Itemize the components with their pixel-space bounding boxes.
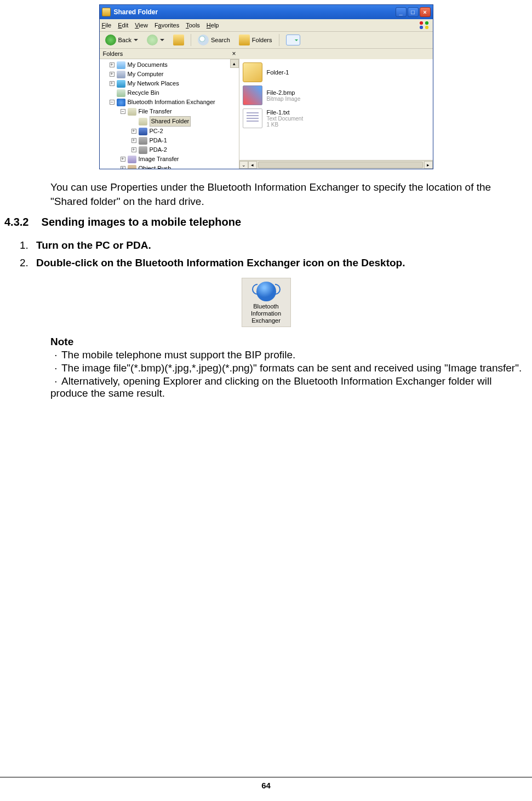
intro-paragraph: You can use Properties under the Bluetoo… [0, 180, 532, 208]
tree-item-label: My Computer [128, 70, 164, 79]
file-meta-text: Text Document [267, 116, 304, 122]
note-item: ·The image file"(*.bmp)(*.jpg,*.jpeg)(*.… [50, 362, 532, 374]
maximize-button[interactable]: □ [408, 7, 419, 17]
scroll-button[interactable]: ⌄ [239, 161, 248, 169]
tree-item-label: PDA-2 [150, 145, 167, 155]
tree-item-label: File Transfer [139, 107, 172, 116]
tree-item[interactable]: Recycle Bin [102, 88, 239, 98]
pc-icon [139, 128, 147, 135]
tree-item[interactable]: +PC-2 [102, 127, 239, 136]
file-item[interactable]: File-2.bmpBitmap Image [243, 85, 430, 105]
menu-edit[interactable]: Edit [118, 22, 128, 28]
folders-icon [239, 35, 250, 45]
scroll-right-button[interactable]: ▸ [424, 161, 433, 169]
step-number: 1. [20, 239, 36, 251]
file-name: File-1.txt [267, 109, 304, 116]
close-button[interactable]: × [420, 7, 431, 17]
step-text: Double-click on the Bluetooth Informatio… [36, 257, 405, 269]
views-button[interactable] [284, 33, 302, 47]
menu-help[interactable]: Help [207, 22, 219, 28]
separator [279, 34, 279, 46]
expand-toggle[interactable]: + [131, 129, 136, 134]
tree-item[interactable]: +My Documents [102, 60, 239, 70]
net-icon [117, 80, 125, 88]
tree-item[interactable]: −File Transfer [102, 107, 239, 116]
ft-icon [128, 108, 136, 116]
expand-toggle[interactable]: + [110, 72, 115, 77]
img-icon [128, 156, 136, 163]
back-icon [105, 35, 116, 45]
back-label: Back [118, 37, 131, 43]
tree-item-label: Recycle Bin [128, 88, 159, 98]
chevron-down-icon [160, 39, 164, 43]
docs-icon [117, 61, 125, 69]
scroll-up-button[interactable]: ▴ [230, 59, 239, 68]
close-pane-button[interactable]: × [232, 50, 236, 58]
separator [191, 34, 191, 46]
tree-item[interactable]: −Bluetooth Information Exchanger [102, 98, 239, 107]
comp-icon [117, 71, 125, 78]
file-item[interactable]: Folder-1 [243, 62, 430, 82]
scroll-thumb[interactable] [258, 162, 423, 168]
step-item: 2. Double-click on the Bluetooth Informa… [20, 257, 532, 269]
tree-item-label: Object Push [139, 164, 171, 169]
step-number: 2. [20, 257, 36, 269]
up-button[interactable] [171, 33, 186, 47]
recy-icon [117, 89, 125, 97]
tree-item[interactable]: +My Computer [102, 70, 239, 79]
views-icon [286, 35, 300, 45]
bluetooth-desktop-icon[interactable]: Bluetooth Information Exchanger [242, 278, 291, 327]
forward-button[interactable] [145, 33, 167, 47]
expand-toggle[interactable]: + [131, 138, 136, 143]
tree-item[interactable]: +Object Push [102, 164, 239, 169]
expand-toggle[interactable]: + [110, 81, 115, 86]
menu-view[interactable]: View [135, 22, 148, 28]
step-text: Turn on the PC or PDA. [36, 239, 151, 251]
note-text: The mobile telephone must support the BI… [61, 349, 295, 361]
search-button[interactable]: Search [196, 33, 232, 47]
expand-toggle[interactable]: + [121, 157, 125, 162]
expand-toggle[interactable]: + [131, 147, 136, 152]
tree-item-label: My Network Places [128, 79, 179, 88]
tree-item-label: PC-2 [150, 127, 163, 136]
expand-toggle[interactable]: − [110, 100, 115, 105]
window-title: Shared Folder [114, 8, 396, 16]
pda-icon [139, 137, 147, 145]
tree-item[interactable]: +My Network Places [102, 79, 239, 88]
tree-item-label: Shared Folder [150, 116, 191, 127]
section-title: Sending images to a mobile telephone [42, 216, 242, 228]
tree-item-label: My Documents [128, 60, 168, 70]
menu-favorites[interactable]: Favorites [155, 22, 179, 28]
menu-tools[interactable]: Tools [186, 22, 200, 28]
scroll-left-button[interactable]: ◂ [248, 161, 257, 169]
expand-toggle [131, 119, 136, 124]
tree-item[interactable]: Shared Folder [102, 116, 239, 127]
folder-tree-pane: ▴ +My Documents+My Computer+My Network P… [100, 59, 239, 169]
back-button[interactable]: Back [103, 33, 140, 47]
step-item: 1. Turn on the PC or PDA. [20, 239, 532, 251]
up-icon [173, 35, 184, 45]
windows-flag-icon [419, 20, 431, 30]
file-meta-text: Bitmap Image [267, 96, 301, 102]
tree-item[interactable]: +PDA-2 [102, 145, 239, 155]
expand-toggle[interactable]: + [121, 166, 125, 169]
bluetooth-icon [256, 282, 276, 301]
file-name: Folder-1 [267, 69, 289, 76]
file-item[interactable]: File-1.txtText Document1 KB [243, 108, 430, 128]
ft-icon [139, 118, 147, 125]
txt-icon [243, 108, 262, 128]
folders-button[interactable]: Folders [237, 33, 274, 47]
minimize-button[interactable]: _ [396, 7, 407, 17]
pda-icon [139, 146, 147, 154]
note-text: The image file"(*.bmp)(*.jpg,*.jpeg)(*.p… [61, 362, 522, 374]
horizontal-scrollbar[interactable]: ⌄ ◂ ▸ [239, 160, 433, 169]
desktop-icon-label: Bluetooth Information Exchanger [243, 303, 289, 324]
explorer-window: Shared Folder _ □ × File Edit View Favor… [99, 4, 433, 169]
menu-file[interactable]: File [102, 22, 112, 28]
expand-toggle[interactable]: + [110, 62, 115, 67]
expand-toggle[interactable]: − [121, 109, 125, 114]
push-icon [128, 165, 136, 169]
folder-icon [243, 62, 262, 82]
tree-item[interactable]: +PDA-1 [102, 136, 239, 145]
tree-item[interactable]: +Image Transfer [102, 155, 239, 164]
